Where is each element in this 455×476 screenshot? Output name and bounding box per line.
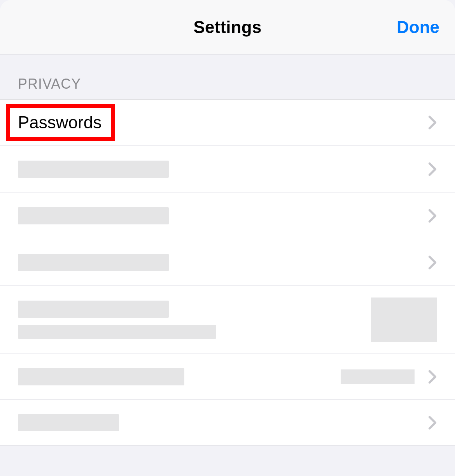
row-redacted-1[interactable] (0, 146, 455, 192)
chevron-right-icon (425, 161, 439, 177)
chevron-right-icon (425, 115, 439, 130)
row-redacted-5[interactable] (0, 354, 455, 400)
settings-list: Passwords (0, 99, 455, 446)
row-passwords[interactable]: Passwords (0, 99, 455, 146)
section-header-privacy: PRIVACY (0, 54, 455, 99)
row-redacted-6[interactable] (0, 400, 455, 446)
chevron-right-icon (425, 415, 439, 430)
done-button[interactable]: Done (397, 18, 439, 37)
row-redacted-2[interactable] (0, 192, 455, 239)
placeholder-text (18, 161, 169, 178)
row-redacted-toggle[interactable] (0, 286, 455, 354)
chevron-right-icon (425, 369, 439, 385)
placeholder-value (341, 369, 415, 384)
chevron-right-icon (425, 208, 439, 224)
placeholder-subtext (18, 325, 216, 339)
row-redacted-3[interactable] (0, 239, 455, 286)
chevron-right-icon (425, 255, 439, 270)
placeholder-text (18, 368, 184, 385)
placeholder-text (18, 414, 119, 431)
page-title: Settings (193, 18, 261, 37)
placeholder-text (18, 301, 169, 318)
header: Settings Done (0, 0, 455, 54)
placeholder-text (18, 254, 169, 271)
placeholder-text (18, 207, 169, 224)
row-label-passwords: Passwords (18, 113, 425, 132)
placeholder-toggle[interactable] (371, 298, 437, 342)
settings-sheet: Settings Done PRIVACY Passwords (0, 0, 455, 476)
